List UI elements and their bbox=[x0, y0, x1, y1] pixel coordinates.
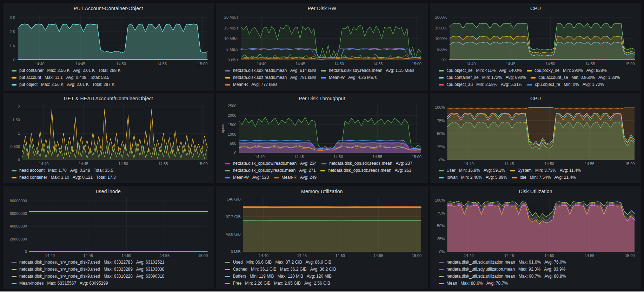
series-color-swatch-icon[interactable] bbox=[225, 269, 230, 270]
legend-item[interactable]: SystemMin: 3.73%Avg: 11.4% bbox=[510, 167, 581, 174]
legend-label[interactable]: Iowait bbox=[446, 174, 457, 181]
legend-item[interactable]: netdata.disk_util.sdx.utilization.meanMa… bbox=[439, 259, 566, 266]
legend-item[interactable]: BuffersMin: 119 MiBMax: 120 MiBAvg: 120 … bbox=[225, 273, 336, 280]
series-color-swatch-icon[interactable] bbox=[12, 70, 16, 72]
legend-label[interactable]: netdata.disk_inodes._srv_node_disk8.used bbox=[19, 266, 100, 273]
series-color-swatch-icon[interactable] bbox=[12, 177, 16, 178]
legend-label[interactable]: idle bbox=[520, 174, 526, 181]
legend-label[interactable]: netdata.disk.sdx.reads.mean bbox=[233, 67, 287, 74]
series-color-swatch-icon[interactable] bbox=[439, 170, 444, 171]
series-color-swatch-icon[interactable] bbox=[320, 170, 325, 171]
series-color-swatch-icon[interactable] bbox=[225, 177, 230, 178]
legend-label[interactable]: Mean-R bbox=[281, 174, 297, 181]
legend-label[interactable]: Free bbox=[233, 280, 242, 287]
legend-label[interactable]: head container bbox=[19, 174, 47, 181]
series-color-swatch-icon[interactable] bbox=[12, 269, 16, 270]
legend-label[interactable]: cpu.object_re bbox=[535, 81, 560, 88]
legend-label[interactable]: netdata.disk_ops.sdy.reads.mean bbox=[233, 167, 296, 174]
series-color-swatch-icon[interactable] bbox=[439, 262, 444, 263]
chart-area[interactable]: 0%25%50%75%100%14:4014:4514:5014:5515:00 bbox=[434, 102, 637, 167]
legend-item[interactable]: head containerMax: 1.10Avg: 0.121Total: … bbox=[12, 174, 116, 181]
series-color-swatch-icon[interactable] bbox=[510, 170, 515, 171]
series-color-swatch-icon[interactable] bbox=[225, 170, 230, 171]
legend-label[interactable]: head account bbox=[19, 167, 45, 174]
legend-item[interactable]: netdata.disk_inodes._srv_node_disk8.used… bbox=[12, 266, 164, 273]
legend-item[interactable]: Mean-RAvg: 249 bbox=[274, 174, 317, 181]
series-color-swatch-icon[interactable] bbox=[321, 70, 326, 72]
series-color-swatch-icon[interactable] bbox=[225, 77, 230, 79]
legend-item[interactable]: put objectMax: 2.56 KAvg: 2.01 KTotal: 2… bbox=[12, 81, 121, 88]
legend-item[interactable]: cpu.object_reMin: 0%Avg: 1.72% bbox=[527, 81, 604, 88]
legend-item[interactable]: netdata.disk_util.sdy.utilization.meanMa… bbox=[439, 266, 566, 273]
series-color-swatch-icon[interactable] bbox=[439, 276, 444, 277]
series-color-swatch-icon[interactable] bbox=[12, 276, 16, 277]
series-color-swatch-icon[interactable] bbox=[225, 84, 230, 86]
legend-item[interactable]: IowaitMin: 2.40%Avg: 5.89% bbox=[439, 174, 507, 181]
series-color-swatch-icon[interactable] bbox=[527, 70, 532, 72]
legend-item[interactable]: netdata.disk_ops.sdw.reads.meanAvg: 234 bbox=[225, 160, 317, 167]
legend-item[interactable]: cpu.account_seMin: 0.860%Avg: 1.33% bbox=[531, 74, 620, 81]
legend-label[interactable]: Mean-R bbox=[233, 81, 248, 88]
legend-item[interactable]: netdata.disk_util.sdz.utilization.meanMa… bbox=[439, 273, 566, 280]
legend-item[interactable]: MeanMax: 88.6%Avg: 78.7% bbox=[439, 280, 566, 287]
series-color-swatch-icon[interactable] bbox=[439, 269, 444, 270]
panel-title[interactable]: GET & HEAD Account/Container/Object bbox=[7, 96, 210, 101]
legend-item[interactable]: Mean-WAvg: 4.26 MB/s bbox=[321, 74, 377, 81]
chart-area[interactable]: 0500100015002000250014:4014:4514:5014:55… bbox=[220, 102, 424, 160]
legend-label[interactable]: netdata.disk_inodes._srv_node_disk7.used bbox=[19, 259, 100, 266]
panel-title[interactable]: Per Disk BW bbox=[220, 6, 424, 11]
legend-item[interactable]: FreeMin: 2.26 GiBMax: 2.95 GiBAvg: 2.56 … bbox=[225, 280, 336, 287]
series-color-swatch-icon[interactable] bbox=[225, 70, 230, 72]
legend-label[interactable]: User bbox=[446, 167, 455, 174]
legend-item[interactable]: Mean-WAvg: 523 bbox=[225, 174, 269, 181]
panel-title[interactable]: Per Disk Throughput bbox=[220, 96, 424, 101]
legend-item[interactable]: cpu.object_auMin: 2.58%Avg: 5.31% bbox=[439, 81, 522, 88]
legend-label[interactable]: netdata.disk_util.sdy.utilization.mean bbox=[446, 266, 515, 273]
legend-label[interactable]: cpu.account_se bbox=[538, 74, 568, 81]
series-color-swatch-icon[interactable] bbox=[12, 262, 16, 263]
legend-item[interactable]: idleMin: 7.54%Avg: 21.4% bbox=[512, 174, 576, 181]
legend-item[interactable]: netdata.disk_ops.sdz.reads.meanAvg: 261 bbox=[320, 167, 411, 174]
legend-item[interactable]: netdata.disk_inodes._srv_node_disk7.used… bbox=[12, 259, 164, 266]
legend-label[interactable]: put account bbox=[19, 74, 41, 81]
series-color-swatch-icon[interactable] bbox=[527, 84, 532, 86]
legend-item[interactable]: UsedMin: 86.6 GiBMax: 87.2 GiBAvg: 86.9 … bbox=[225, 259, 336, 266]
panel-title[interactable]: Disk Utilization bbox=[434, 189, 637, 194]
series-color-swatch-icon[interactable] bbox=[439, 283, 444, 284]
panel-title[interactable]: PUT Account-Container-Object bbox=[7, 6, 210, 11]
series-color-swatch-icon[interactable] bbox=[439, 70, 444, 72]
legend-item[interactable]: netdata.disk.sdx.reads.meanAvg: 614 kB/s bbox=[225, 67, 316, 74]
series-color-swatch-icon[interactable] bbox=[321, 77, 326, 79]
legend-label[interactable]: netdata.disk.sdz.reads.mean bbox=[233, 74, 287, 81]
legend-item[interactable]: Mean-RAvg: 777 kB/s bbox=[225, 81, 278, 88]
legend-label[interactable]: Cached bbox=[233, 266, 247, 273]
legend-item[interactable]: head accountMax: 1.70Avg: 0.248Total: 35… bbox=[12, 167, 116, 174]
chart-area[interactable]: 0 MiB48.8 GiB97.7 GiB146 GiB14:4014:4514… bbox=[220, 195, 424, 259]
legend-item[interactable]: netdata.disk_ops.sdx.reads.meanAvg: 237 bbox=[321, 160, 412, 167]
legend-label[interactable]: Used bbox=[233, 259, 243, 266]
legend-item[interactable]: CachedMin: 36.1 GiBMax: 36.2 GiBAvg: 36.… bbox=[225, 266, 336, 273]
legend-item[interactable]: netdata.disk_inodes._srv_node_disk9.used… bbox=[12, 273, 164, 280]
series-color-swatch-icon[interactable] bbox=[225, 283, 230, 284]
legend-label[interactable]: cpu.object_se bbox=[446, 67, 472, 74]
legend-label[interactable]: Mean bbox=[446, 280, 457, 287]
chart-area[interactable]: 01 K2 K3 K14:4014:4514:5014:5515:00 bbox=[7, 12, 210, 67]
chart-area[interactable]: 0 kB/s5 MB/s10 MB/s15 MB/s20 MB/s14:4014… bbox=[220, 12, 424, 67]
series-color-swatch-icon[interactable] bbox=[512, 177, 517, 178]
legend-label[interactable]: Buffers bbox=[233, 273, 246, 280]
series-color-swatch-icon[interactable] bbox=[531, 77, 536, 79]
panel-title[interactable]: Memory Utilization bbox=[220, 189, 424, 194]
legend-item[interactable]: netdata.disk.sdy.reads.meanAvg: 1.15 MB/… bbox=[321, 67, 414, 74]
panel-title[interactable]: used inode bbox=[7, 189, 210, 194]
chart-area[interactable]: 02000000040000000600000008000000014:4014… bbox=[7, 195, 210, 259]
series-color-swatch-icon[interactable] bbox=[321, 163, 326, 164]
series-color-swatch-icon[interactable] bbox=[439, 84, 444, 86]
legend-label[interactable]: netdata.disk_util.sdz.utilization.mean bbox=[446, 273, 515, 280]
panel-title[interactable]: CPU bbox=[434, 6, 637, 11]
legend-label[interactable]: Mean-W bbox=[329, 74, 345, 81]
legend-item[interactable]: cpu.proxy_seMin: 290%Avg: 938% bbox=[527, 67, 607, 74]
legend-label[interactable]: cpu.container_se bbox=[446, 74, 478, 81]
legend-item[interactable]: cpu.container_seMin: 172%Avg: 690% bbox=[439, 74, 526, 81]
legend-label[interactable]: put container bbox=[19, 67, 44, 74]
series-color-swatch-icon[interactable] bbox=[225, 276, 230, 277]
